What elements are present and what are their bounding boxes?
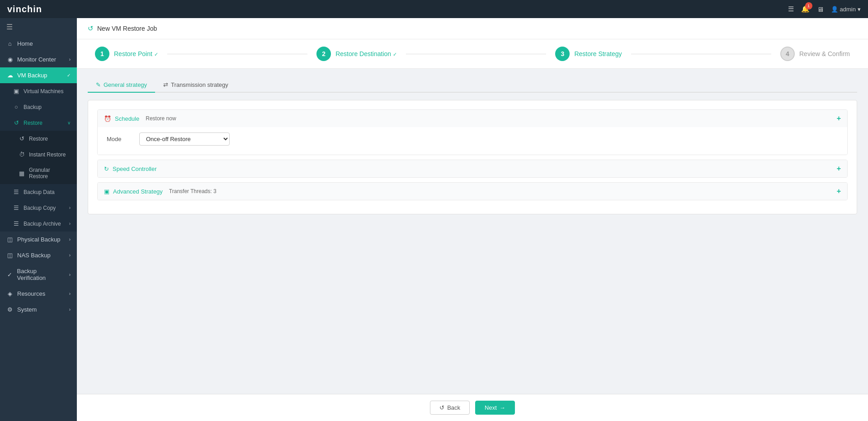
sidebar-item-label: Instant Restore <box>29 151 66 158</box>
sidebar-item-granular-restore[interactable]: ▦ Granular Restore <box>0 162 77 184</box>
vm-backup-icon: ☁ <box>6 72 14 79</box>
chevron-right-icon: › <box>69 221 71 226</box>
speed-icon: ↻ <box>104 166 109 172</box>
sidebar-item-backup-data[interactable]: ☰ Backup Data <box>0 184 77 200</box>
brand-logo: vinchin <box>7 4 42 14</box>
sidebar-item-instant-restore[interactable]: ⏱ Instant Restore <box>0 147 77 162</box>
next-button[interactable]: Next → <box>475 401 515 415</box>
monitor-icon[interactable]: 🖥 <box>817 5 824 13</box>
user-menu[interactable]: 👤 admin ▾ <box>831 6 861 13</box>
advanced-strategy-header[interactable]: ▣ Advanced Strategy Transfer Threads: 3 … <box>98 183 847 200</box>
speed-controller-header-left: ↻ Speed Controller <box>104 166 157 172</box>
sidebar-item-label: Monitor Center <box>17 56 56 63</box>
sidebar-item-label: VM Backup <box>17 72 47 79</box>
navbar: vinchin ☰ 🔔 1 🖥 👤 admin ▾ <box>0 0 868 18</box>
back-button[interactable]: ↺ Back <box>430 401 470 415</box>
physical-backup-icon: ◫ <box>6 236 14 243</box>
sidebar-item-backup-copy[interactable]: ☰ Backup Copy › <box>0 200 77 216</box>
speed-controller-section: ↻ Speed Controller + <box>97 160 848 178</box>
notifications-icon[interactable]: 🔔 1 <box>801 5 810 13</box>
tab-transmission-strategy[interactable]: ⇄ Transmission strategy <box>155 78 236 93</box>
back-icon: ↺ <box>439 404 444 411</box>
speed-controller-header[interactable]: ↻ Speed Controller + <box>98 160 847 177</box>
sidebar-toggle[interactable]: ☰ <box>0 18 77 36</box>
backup-archive-icon: ☰ <box>13 220 20 227</box>
advanced-strategy-label: Advanced Strategy <box>113 188 163 195</box>
user-icon: 👤 <box>831 6 838 13</box>
wizard-step-3[interactable]: 3 Restore Strategy <box>555 47 622 61</box>
step-circle-2: 2 <box>316 47 331 61</box>
step-divider-2 <box>406 54 546 54</box>
step-circle-4: 4 <box>780 47 795 61</box>
sidebar-item-restore[interactable]: ↺ Restore ∨ <box>0 115 77 131</box>
tab-label: Transmission strategy <box>171 81 228 88</box>
tab-bar: ✎ General strategy ⇄ Transmission strate… <box>88 78 857 93</box>
advanced-strategy-subtitle: Transfer Threads: 3 <box>169 188 217 194</box>
speed-expand-icon[interactable]: + <box>837 165 841 173</box>
wizard-step-4[interactable]: 4 Review & Confirm <box>780 47 850 61</box>
step-label-3: Restore Strategy <box>574 50 622 57</box>
sidebar-item-label: Home <box>17 40 33 47</box>
step-circle-3: 3 <box>555 47 570 61</box>
chevron-down-icon: ✓ <box>67 73 71 78</box>
step-label-4: Review & Confirm <box>799 50 850 57</box>
transmission-icon: ⇄ <box>163 81 168 88</box>
chevron-right-icon: › <box>69 307 71 312</box>
mode-row: Mode Once-off Restore Scheduled Restore <box>107 132 838 146</box>
content-area: ✎ General strategy ⇄ Transmission strate… <box>77 69 868 394</box>
backup-icon: ○ <box>13 104 20 110</box>
step-divider-3 <box>631 54 771 54</box>
sidebar-item-label: System <box>17 306 37 313</box>
wizard-step-2[interactable]: 2 Restore Destination ✓ <box>316 47 397 61</box>
sidebar-item-restore-sub[interactable]: ↺ Restore <box>0 131 77 147</box>
mode-select[interactable]: Once-off Restore Scheduled Restore <box>139 132 230 146</box>
tab-general-strategy[interactable]: ✎ General strategy <box>88 78 155 93</box>
strategy-panel: ⏰ Schedule Restore now + Mode Once-off R… <box>88 100 857 214</box>
step-label-1: Restore Point ✓ <box>114 50 158 57</box>
schedule-expand-icon[interactable]: + <box>837 114 841 123</box>
restore-sub-icon: ↺ <box>18 135 25 142</box>
sidebar-item-nas-backup[interactable]: ◫ NAS Backup › <box>0 247 77 263</box>
sidebar-item-vm-backup[interactable]: ☁ VM Backup ✓ <box>0 67 77 83</box>
main-content: ↺ New VM Restore Job 1 Restore Point ✓ 2… <box>77 18 868 421</box>
clock-icon: ⏰ <box>104 115 111 122</box>
advanced-icon: ▣ <box>104 188 109 195</box>
wizard-step-1[interactable]: 1 Restore Point ✓ <box>95 47 158 61</box>
sidebar-item-resources[interactable]: ◈ Resources › <box>0 286 77 302</box>
brand-suffix: chin <box>22 4 42 14</box>
restore-submenu: ↺ Restore ⏱ Instant Restore ▦ Granular R… <box>0 131 77 184</box>
sidebar-item-home[interactable]: ⌂ Home <box>0 36 77 52</box>
sidebar: ☰ ⌂ Home ◉ Monitor Center › ☁ VM Backup … <box>0 18 77 421</box>
sidebar-item-backup-verification[interactable]: ✓ Backup Verification › <box>0 263 77 286</box>
sidebar-item-virtual-machines[interactable]: ▣ Virtual Machines <box>0 83 77 99</box>
sidebar-item-physical-backup[interactable]: ◫ Physical Backup › <box>0 232 77 247</box>
page-header: ↺ New VM Restore Job <box>77 18 868 39</box>
advanced-expand-icon[interactable]: + <box>837 187 841 195</box>
user-chevron-icon: ▾ <box>858 6 861 13</box>
step-circle-1: 1 <box>95 47 109 61</box>
schedule-header[interactable]: ⏰ Schedule Restore now + <box>98 110 847 127</box>
next-icon: → <box>500 404 505 411</box>
schedule-header-left: ⏰ Schedule Restore now <box>104 115 176 122</box>
granular-restore-icon: ▦ <box>18 170 25 177</box>
user-label: admin <box>840 6 856 13</box>
schedule-section: ⏰ Schedule Restore now + Mode Once-off R… <box>97 109 848 155</box>
chevron-right-icon: › <box>69 205 71 210</box>
navbar-right: ☰ 🔔 1 🖥 👤 admin ▾ <box>788 5 861 13</box>
backup-copy-icon: ☰ <box>13 204 20 211</box>
sidebar-item-backup-archive[interactable]: ☰ Backup Archive › <box>0 216 77 232</box>
nas-backup-icon: ◫ <box>6 252 14 259</box>
footer: ↺ Back Next → <box>77 394 868 421</box>
chevron-down-icon: ∨ <box>67 120 71 125</box>
sidebar-item-backup[interactable]: ○ Backup <box>0 99 77 115</box>
page-header-icon: ↺ <box>88 24 94 33</box>
chevron-right-icon: › <box>69 291 71 296</box>
pencil-icon: ✎ <box>96 81 101 88</box>
schedule-label: Schedule <box>115 115 139 122</box>
sidebar-item-label: Granular Restore <box>29 167 71 180</box>
messages-icon[interactable]: ☰ <box>788 5 794 13</box>
backup-data-icon: ☰ <box>13 189 20 195</box>
sidebar-item-monitor-center[interactable]: ◉ Monitor Center › <box>0 52 77 67</box>
sidebar-item-label: Virtual Machines <box>24 88 64 95</box>
sidebar-item-system[interactable]: ⚙ System › <box>0 302 77 317</box>
